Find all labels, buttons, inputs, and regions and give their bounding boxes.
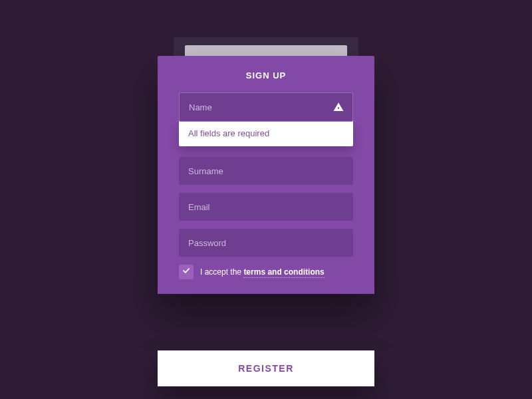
password-input[interactable]: Password <box>179 229 353 257</box>
app-stage: SIGN UP Name All fields are required Sur… <box>0 0 532 399</box>
signup-modal: SIGN UP Name All fields are required Sur… <box>158 56 374 294</box>
password-placeholder: Password <box>188 238 226 248</box>
terms-text: I accept the terms and conditions <box>200 267 325 277</box>
name-placeholder: Name <box>189 102 212 112</box>
terms-prefix: I accept the <box>200 267 243 277</box>
terms-link[interactable]: terms and conditions <box>243 267 324 278</box>
email-input[interactable]: Email <box>179 193 353 221</box>
surname-field-wrap: Surname <box>179 157 353 185</box>
surname-placeholder: Surname <box>188 166 223 176</box>
check-icon <box>182 266 191 278</box>
register-button[interactable]: REGISTER <box>158 350 374 386</box>
email-field-wrap: Email <box>179 193 353 221</box>
warning-icon <box>332 101 344 113</box>
password-field-wrap: Password <box>179 229 353 257</box>
email-placeholder: Email <box>188 202 210 212</box>
name-field-wrap: Name All fields are required <box>179 92 353 146</box>
name-input[interactable]: Name <box>179 92 353 122</box>
surname-input[interactable]: Surname <box>179 157 353 185</box>
modal-title: SIGN UP <box>179 70 353 80</box>
svg-point-0 <box>338 107 339 108</box>
error-tooltip: All fields are required <box>179 120 353 146</box>
terms-checkbox[interactable] <box>179 265 194 279</box>
terms-row: I accept the terms and conditions <box>179 265 353 279</box>
